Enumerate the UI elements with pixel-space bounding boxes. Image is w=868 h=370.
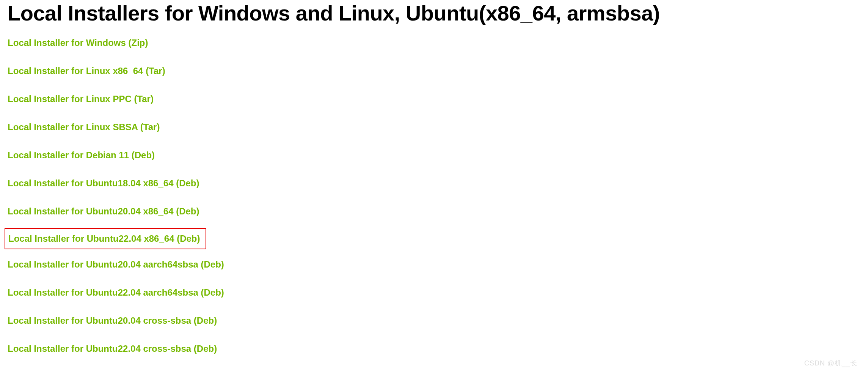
- installer-link-row: Local Installer for Linux SBSA (Tar): [8, 117, 860, 138]
- installer-link[interactable]: Local Installer for Ubuntu22.04 cross-sb…: [8, 341, 220, 356]
- installer-link-row: Local Installer for Ubuntu22.04 x86_64 (…: [5, 228, 206, 249]
- watermark-text: CSDN @机__长: [804, 359, 857, 368]
- page-title: Local Installers for Windows and Linux, …: [8, 0, 860, 32]
- installer-link[interactable]: Local Installer for Ubuntu22.04 aarch64s…: [8, 285, 227, 300]
- installer-link[interactable]: Local Installer for Linux x86_64 (Tar): [8, 63, 168, 79]
- installer-link[interactable]: Local Installer for Ubuntu18.04 x86_64 (…: [8, 176, 202, 191]
- installer-link-row: Local Installer for Windows (Zip): [8, 32, 860, 54]
- installer-link-row: Local Installer for Ubuntu22.04 aarch64s…: [8, 282, 860, 303]
- installer-link[interactable]: Local Installer for Ubuntu22.04 x86_64 (…: [8, 231, 203, 246]
- installer-link[interactable]: Local Installer for Linux SBSA (Tar): [8, 120, 163, 135]
- installer-link-row: Local Installer for Linux x86_64 (Tar): [8, 60, 860, 82]
- installer-links-list: Local Installer for Windows (Zip)Local I…: [8, 32, 860, 366]
- installer-link-row: Local Installer for Debian 11 (Deb): [8, 145, 860, 166]
- installer-link-row: Local Installer for Ubuntu20.04 x86_64 (…: [8, 201, 860, 222]
- installer-link[interactable]: Local Installer for Ubuntu20.04 x86_64 (…: [8, 204, 202, 219]
- installer-link-row: Local Installer for Ubuntu18.04 x86_64 (…: [8, 173, 860, 194]
- installer-link-row: Local Installer for Ubuntu20.04 aarch64s…: [8, 254, 860, 275]
- installer-link-row: Local Installer for Linux PPC (Tar): [8, 88, 860, 110]
- installer-link[interactable]: Local Installer for Ubuntu20.04 aarch64s…: [8, 257, 227, 272]
- installer-link-row: Local Installer for Ubuntu22.04 cross-sb…: [8, 338, 860, 359]
- installer-link[interactable]: Local Installer for Debian 11 (Deb): [8, 148, 158, 163]
- installer-link[interactable]: Local Installer for Windows (Zip): [8, 35, 151, 50]
- installer-link[interactable]: Local Installer for Linux PPC (Tar): [8, 91, 157, 107]
- installer-link[interactable]: Local Installer for Ubuntu20.04 cross-sb…: [8, 313, 220, 328]
- installer-link-row: Local Installer for Ubuntu20.04 cross-sb…: [8, 310, 860, 331]
